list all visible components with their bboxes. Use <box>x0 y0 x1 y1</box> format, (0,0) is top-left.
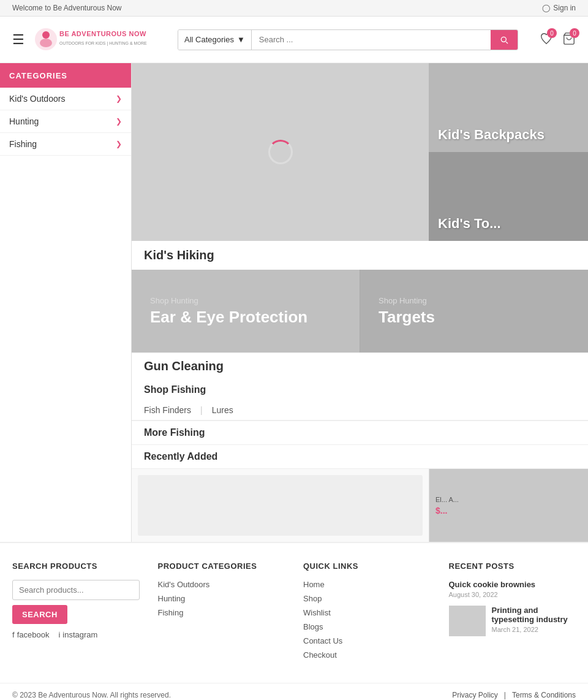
footer-quick-links: QUICK LINKS Home Shop Wishlist Blogs Con… <box>303 561 431 664</box>
more-fishing-text: More Fishing <box>144 427 205 438</box>
footer-recent-posts: RECENT POSTS Quick cookie brownies Augus… <box>449 561 576 664</box>
footer-product-categories-title: PRODUCT CATEGORIES <box>158 561 285 571</box>
shop-fishing-title: Shop Fishing <box>132 379 588 400</box>
recently-added-title: Recently Added <box>132 444 588 468</box>
sidebar-label-kids-outdoors: Kid's Outdoors <box>9 94 65 104</box>
footer-link-checkout[interactable]: Checkout <box>303 650 431 660</box>
footer-link-shop[interactable]: Shop <box>303 594 431 603</box>
social-links: f facebook i instagram <box>12 630 140 639</box>
product-placeholder <box>138 475 423 536</box>
header: ☰ BE ADVENTUROUS NOW OUTDOORS FOR KIDS |… <box>0 17 588 63</box>
terms-conditions-link[interactable]: Terms & Conditions <box>512 691 576 699</box>
footer-quick-links-title: QUICK LINKS <box>303 561 431 571</box>
recent-post-2-text: Printing and typesetting industry March … <box>492 606 576 633</box>
sidebar-categories-header: CATEGORIES <box>0 63 131 88</box>
chevron-right-icon: ❯ <box>116 117 122 126</box>
footer-main: SEARCH PRODUCTS SEARCH f facebook i inst… <box>0 543 588 683</box>
footer-cat-kids-outdoors[interactable]: Kid's Outdoors <box>158 580 285 589</box>
chevron-down-icon: ▼ <box>237 35 245 44</box>
hero-backpacks-title: Kid's Backpacks <box>438 127 579 143</box>
chevron-right-icon: ❯ <box>116 140 122 148</box>
fishing-nav: Fish Finders | Lures <box>132 400 588 420</box>
recent-post-2-title[interactable]: Printing and typesetting industry <box>492 606 576 624</box>
footer-cat-hunting[interactable]: Hunting <box>158 594 285 603</box>
footer-link-home[interactable]: Home <box>303 580 431 589</box>
sidebar-item-fishing[interactable]: Fishing ❯ <box>0 133 131 156</box>
footer-product-categories: PRODUCT CATEGORIES Kid's Outdoors Huntin… <box>158 561 285 664</box>
sidebar-label-hunting: Hunting <box>9 116 39 126</box>
recent-post-1-date: August 30, 2022 <box>449 591 536 598</box>
person-icon: ◯ <box>542 4 550 12</box>
fishing-nav-separator: | <box>200 405 203 415</box>
svg-text:BE ADVENTUROUS NOW: BE ADVENTUROUS NOW <box>59 30 146 37</box>
search-input[interactable] <box>252 30 491 50</box>
content-area: Kid's Backpacks Kid's To... Kid's Hiking… <box>132 63 588 542</box>
wishlist-badge: 0 <box>547 28 557 38</box>
shop-hunting-title-2: Targets <box>379 308 570 327</box>
footer-search-input[interactable] <box>12 580 140 600</box>
instagram-icon: i <box>58 630 60 639</box>
product-title: El... A... <box>435 496 582 503</box>
shop-hunting-title-1: Ear & Eye Protection <box>150 308 341 327</box>
hamburger-icon[interactable]: ☰ <box>12 32 24 48</box>
footer-cat-fishing[interactable]: Fishing <box>158 608 285 617</box>
welcome-text: Welcome to Be Adventurous Now <box>12 4 122 12</box>
shop-hunting-sub-2: Shop Hunting <box>379 296 570 305</box>
sign-in-button[interactable]: ◯ Sign in <box>542 4 576 12</box>
shop-targets-banner[interactable]: Shop Hunting Targets <box>360 270 588 352</box>
footer-bottom-links: Privacy Policy | Terms & Conditions <box>452 691 576 699</box>
logo-svg: BE ADVENTUROUS NOW OUTDOORS FOR KIDS | H… <box>34 23 156 56</box>
recent-post-2: Printing and typesetting industry March … <box>449 606 576 636</box>
logo: BE ADVENTUROUS NOW OUTDOORS FOR KIDS | H… <box>34 23 156 56</box>
search-bar: All Categories ▼ <box>178 29 518 50</box>
footer-link-contact[interactable]: Contact Us <box>303 636 431 645</box>
svg-text:OUTDOORS FOR KIDS | HUNTING & : OUTDOORS FOR KIDS | HUNTING & MORE <box>59 41 147 46</box>
instagram-link[interactable]: i instagram <box>58 630 97 639</box>
svg-point-3 <box>42 31 50 39</box>
recent-post-1: Quick cookie brownies August 30, 2022 <box>449 580 576 598</box>
sidebar: CATEGORIES Kid's Outdoors ❯ Hunting ❯ Fi… <box>0 63 132 542</box>
gun-cleaning-title: Gun Cleaning <box>132 352 588 379</box>
loading-spinner <box>268 140 293 164</box>
shop-ear-eye-banner[interactable]: Shop Hunting Ear & Eye Protection <box>132 270 360 352</box>
recent-post-2-image <box>449 606 486 636</box>
cart-badge: 0 <box>570 28 579 38</box>
product-strip: El... A... $... <box>132 468 588 542</box>
shop-hunting-banners: Shop Hunting Ear & Eye Protection Shop H… <box>132 270 588 352</box>
recent-post-2-date: March 21, 2022 <box>492 626 576 633</box>
cart-icon-button[interactable]: 0 <box>562 32 576 47</box>
fish-finders-link[interactable]: Fish Finders <box>144 405 191 415</box>
sidebar-item-hunting[interactable]: Hunting ❯ <box>0 110 131 133</box>
footer-search-title: SEARCH PRODUCTS <box>12 561 140 571</box>
footer-link-blogs[interactable]: Blogs <box>303 622 431 631</box>
sidebar-item-kids-outdoors[interactable]: Kid's Outdoors ❯ <box>0 88 131 110</box>
footer-link-separator: | <box>504 691 506 699</box>
hero-banners: Kid's Backpacks Kid's To... <box>132 63 588 241</box>
category-label: All Categories <box>184 35 234 44</box>
facebook-link[interactable]: f facebook <box>12 630 49 639</box>
sidebar-label-fishing: Fishing <box>9 139 37 149</box>
featured-product[interactable]: El... A... $... <box>429 469 588 542</box>
footer-link-wishlist[interactable]: Wishlist <box>303 608 431 617</box>
svg-point-4 <box>40 39 52 47</box>
hero-kids-backpacks-banner[interactable]: Kid's Backpacks <box>429 63 588 152</box>
product-price: $... <box>435 506 582 515</box>
recent-post-1-title[interactable]: Quick cookie brownies <box>449 580 536 589</box>
facebook-icon: f <box>12 630 15 639</box>
footer-search-button[interactable]: SEARCH <box>12 605 67 624</box>
category-dropdown[interactable]: All Categories ▼ <box>178 30 252 50</box>
logo-area[interactable]: BE ADVENTUROUS NOW OUTDOORS FOR KIDS | H… <box>34 23 156 56</box>
privacy-policy-link[interactable]: Privacy Policy <box>452 691 498 699</box>
footer-recent-posts-title: RECENT POSTS <box>449 561 576 571</box>
hero-kids-tools-banner[interactable]: Kid's To... <box>429 152 588 241</box>
footer-bottom: © 2023 Be Adventurous Now. All rights re… <box>0 683 588 700</box>
hero-main-banner <box>132 63 429 241</box>
wishlist-icon-button[interactable]: 0 <box>540 32 553 47</box>
facebook-label: facebook <box>17 630 50 639</box>
copyright-text: © 2023 Be Adventurous Now. All rights re… <box>12 691 171 699</box>
header-icons: 0 0 <box>540 32 576 47</box>
lures-link[interactable]: Lures <box>212 405 233 415</box>
instagram-label: instagram <box>62 630 97 639</box>
top-bar: Welcome to Be Adventurous Now ◯ Sign in <box>0 0 588 17</box>
search-button[interactable] <box>491 30 518 50</box>
